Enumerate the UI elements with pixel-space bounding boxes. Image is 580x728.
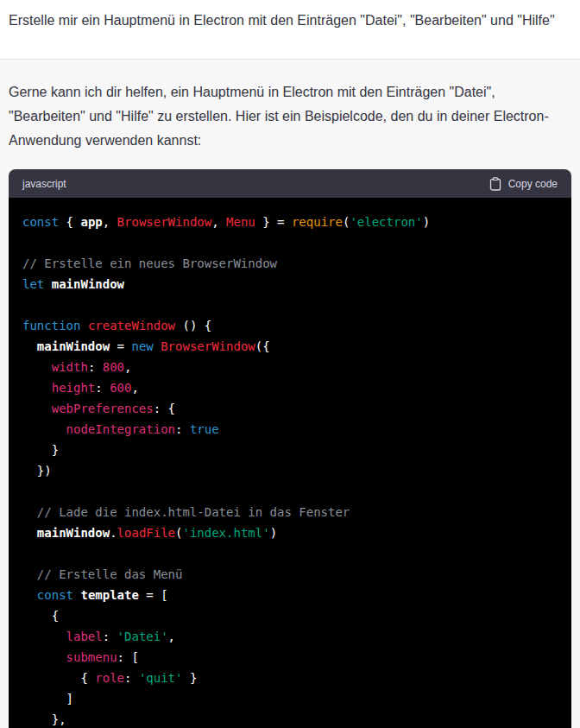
code-line: }, — [22, 709, 558, 728]
code-line: { — [22, 605, 558, 626]
code-line: } — [22, 440, 558, 460]
code-line — [22, 232, 558, 253]
user-message: Erstelle mir ein Hauptmenü in Electron m… — [0, 0, 580, 59]
code-line: mainWindow = new BrowserWindow({ — [22, 336, 558, 357]
code-line: { role: 'quit' } — [22, 668, 558, 688]
code-line: webPreferences: { — [22, 398, 558, 419]
code-line: label: 'Datei', — [22, 626, 558, 647]
code-language-label: javascript — [22, 178, 66, 190]
code-line: }) — [22, 460, 558, 481]
code-content: const { app, BrowserWindow, Menu } = req… — [9, 198, 571, 728]
user-message-text: Erstelle mir ein Hauptmenü in Electron m… — [9, 9, 571, 33]
assistant-message: Gerne kann ich dir helfen, ein Hauptmenü… — [0, 59, 580, 728]
copy-code-button[interactable]: Copy code — [489, 177, 558, 191]
code-line: // Lade die index.html-Datei in das Fens… — [22, 502, 558, 522]
clipboard-icon — [489, 177, 501, 191]
code-line: mainWindow.loadFile('index.html') — [22, 522, 558, 543]
code-line: ] — [22, 688, 558, 709]
code-line: function createWindow () { — [22, 315, 558, 336]
copy-code-label: Copy code — [508, 178, 558, 190]
code-line — [22, 294, 558, 315]
code-line: const { app, BrowserWindow, Menu } = req… — [22, 212, 558, 232]
code-line: const template = [ — [22, 585, 558, 605]
assistant-intro-text: Gerne kann ich dir helfen, ein Hauptmenü… — [9, 80, 571, 153]
code-line: nodeIntegration: true — [22, 419, 558, 440]
code-block: javascript Copy code const { app, Browse… — [9, 169, 571, 728]
code-line: submenu: [ — [22, 647, 558, 668]
code-line: // Erstelle das Menü — [22, 564, 558, 585]
code-line: // Erstelle ein neues BrowserWindow — [22, 253, 558, 274]
code-line: width: 800, — [22, 357, 558, 377]
code-line: height: 600, — [22, 377, 558, 398]
code-line: let mainWindow — [22, 274, 558, 294]
code-line — [22, 543, 558, 564]
code-line — [22, 481, 558, 502]
code-block-header: javascript Copy code — [9, 169, 571, 198]
